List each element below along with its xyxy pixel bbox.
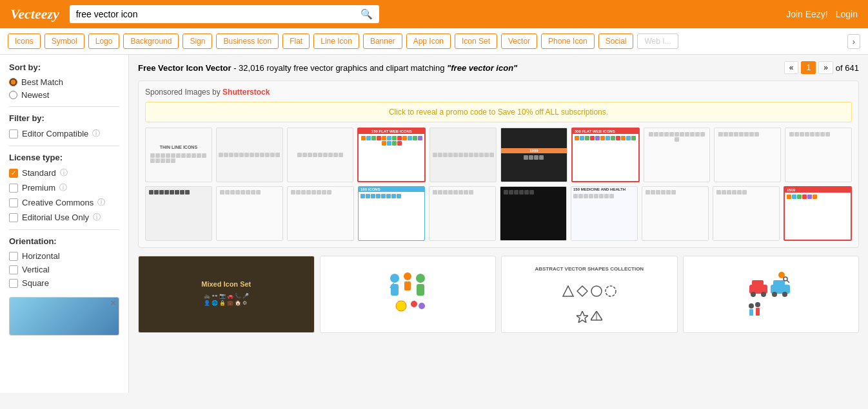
sponsored-thumb-r2-9[interactable] [713,186,780,241]
sponsored-thumb-r2-5[interactable] [429,186,496,241]
tag-phone-icon[interactable]: Phone Icon [541,33,595,49]
editor-compatible-info-icon[interactable]: ⓘ [92,128,100,139]
tag-business-icon[interactable]: Business Icon [216,33,279,49]
sponsored-thumb-r2-8[interactable] [642,186,709,241]
svg-marker-10 [563,286,573,296]
current-page-btn[interactable]: 1 [801,61,816,74]
filter-editor-compatible[interactable]: Editor Compatible ⓘ [9,128,119,139]
sponsored-thumb-9[interactable] [714,128,781,182]
sort-best-match-label: Best Match [21,77,63,87]
search-icon[interactable]: 🔍 [360,8,373,20]
ad-close-icon[interactable]: ✕ [110,299,116,307]
result-card-1[interactable]: Mixed Icon Set 🚲 👓 📷 🚗 📞 🎤 👤 🌐 🔒 💼 🏠 [138,256,315,333]
orientation-vertical[interactable]: Vertical [9,265,119,274]
sort-newest[interactable]: Newest [9,90,119,100]
sponsored-thumb-r2-6[interactable] [500,186,567,241]
sponsored-thumb-4[interactable]: 150 FLAT WEB ICONS [357,128,426,182]
tag-icon-set[interactable]: Icon Set [455,33,497,49]
tag-line-icon[interactable]: Line Icon [313,33,359,49]
orientation-label: Orientation: [9,236,119,246]
next-page-btn[interactable]: » [818,61,833,74]
tag-app-icon[interactable]: App Icon [406,33,451,49]
sponsored-thumb-r2-7[interactable]: 150 MEDICINE AND HEALTH [571,186,638,241]
sort-best-match[interactable]: Best Match [9,77,119,87]
total-pages-label: of 641 [836,63,859,73]
shutterstock-label[interactable]: Shutterstock [222,88,270,97]
tag-flat[interactable]: Flat [282,33,310,49]
results-query-title: Free Vector Icon Vector [138,63,232,73]
filter-standard[interactable]: ✓ Standard ⓘ [9,167,119,178]
result-card-2[interactable] [320,256,497,333]
results-count: - 32,016 royalty free vector graphics an… [233,63,447,73]
svg-rect-18 [752,280,764,287]
free-results-grid: Mixed Icon Set 🚲 👓 📷 🚗 📞 🎤 👤 🌐 🔒 💼 🏠 [138,256,859,333]
sponsored-thumb-10[interactable] [785,128,852,182]
creative-commons-label: Creative Commons [22,198,94,207]
filter-editorial-use[interactable]: Editorial Use Only ⓘ [9,212,119,223]
prev-page-btn[interactable]: « [784,61,799,74]
shape1 [562,285,574,297]
content: Free Vector Icon Vector - 32,016 royalty… [129,55,868,393]
card1-icon: 🚲 [204,293,210,299]
promo-banner[interactable]: Click to reveal a promo code to Save 10%… [145,102,852,122]
editor-compatible-checkbox[interactable] [9,129,18,138]
svg-point-0 [390,274,399,283]
tag-background[interactable]: Background [123,33,179,49]
shape4 [605,285,616,297]
filter-creative-commons[interactable]: Creative Commons ⓘ [9,197,119,208]
login-link[interactable]: Login [836,9,858,19]
tag-logo[interactable]: Logo [88,33,120,49]
creative-commons-info-icon[interactable]: ⓘ [97,197,105,208]
svg-rect-22 [773,280,785,287]
tag-icons[interactable]: Icons [8,33,41,49]
svg-line-27 [787,280,789,283]
tag-symbol[interactable]: Symbol [44,33,84,49]
creative-commons-checkbox[interactable] [9,198,18,207]
sponsored-thumb-1[interactable]: THIN LINE ICONS [145,128,212,182]
sponsored-grid-row1: THIN LINE ICONS [145,128,852,182]
sponsored-thumb-2[interactable] [216,128,283,182]
premium-info-icon[interactable]: ⓘ [59,182,67,193]
orientation-square[interactable]: Square [9,278,119,288]
sponsored-thumb-r2-1[interactable] [145,186,212,241]
tag-banner[interactable]: Banner [363,33,402,49]
result-card-3[interactable]: ABSTRACT VECTOR SHAPES COLLECTION [501,256,678,333]
shape5 [577,311,588,323]
search-input[interactable] [76,9,360,19]
logo[interactable]: Vecteezy [10,6,59,23]
transport-svg [748,269,793,320]
sponsored-thumb-7[interactable]: 300 FLAT WEB ICONS [571,128,640,182]
sponsored-thumb-r2-4[interactable]: 100 ICONS [358,186,425,241]
tag-social[interactable]: Social [598,33,634,49]
svg-point-3 [404,272,411,280]
tag-nav-arrow[interactable]: › [847,34,860,49]
square-checkbox[interactable] [9,279,18,288]
tag-sign[interactable]: Sign [182,33,212,49]
vertical-checkbox[interactable] [9,265,18,274]
sponsored-thumb-r2-2[interactable] [216,186,283,241]
card1-title: Mixed Icon Set [201,280,251,288]
standard-checkbox[interactable]: ✓ [9,169,18,178]
sponsored-thumb-r2-10[interactable]: 1500 [784,186,852,241]
filter-premium[interactable]: Premium ⓘ [9,182,119,193]
join-link[interactable]: Join Eezy! [786,9,828,19]
svg-point-5 [416,274,425,283]
sponsored-thumb-5[interactable] [429,128,497,182]
sponsored-thumb-3[interactable] [287,128,354,182]
sponsored-thumb-r2-3[interactable] [287,186,354,241]
editorial-use-info-icon[interactable]: ⓘ [93,212,101,223]
sponsored-thumb-8[interactable] [644,128,711,182]
license-label: License type: [9,153,119,162]
vertical-label: Vertical [22,265,50,274]
result-card-4[interactable] [683,256,860,333]
tag-vector[interactable]: Vector [501,33,537,49]
premium-checkbox[interactable] [9,184,18,193]
orientation-horizontal[interactable]: Horizontal [9,251,119,261]
editorial-use-checkbox[interactable] [9,213,18,222]
standard-info-icon[interactable]: ⓘ [60,167,68,178]
sponsored-thumb-6[interactable]: 1000 [500,128,567,182]
pagination: « 1 » of 641 [784,61,859,74]
tag-web[interactable]: Web I... [637,33,678,49]
svg-point-8 [411,301,417,307]
horizontal-checkbox[interactable] [9,252,18,261]
